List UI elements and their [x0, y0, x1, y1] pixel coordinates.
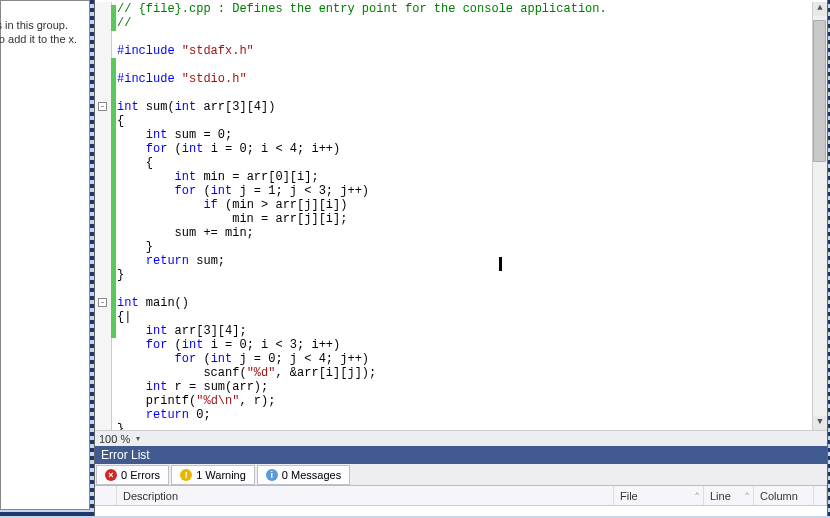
filter-warnings-label: 1 Warning — [196, 469, 246, 481]
code-line[interactable]: } — [117, 240, 813, 254]
filter-messages-label: 0 Messages — [282, 469, 341, 481]
code-line[interactable]: #include "stdafx.h" — [117, 44, 813, 58]
zoom-dropdown-icon[interactable]: ▾ — [136, 434, 140, 443]
toolbox-panel: ntrols in this group. text to add it to … — [0, 0, 90, 510]
col-description[interactable]: Description — [117, 486, 614, 505]
code-line[interactable]: int r = sum(arr); — [117, 380, 813, 394]
code-editor[interactable]: -- // {file}.cpp : Defines the entry poi… — [95, 2, 827, 446]
code-line[interactable]: if (min > arr[j][i]) — [117, 198, 813, 212]
sort-arrow-icon: ^ — [745, 490, 749, 499]
filter-errors-label: 0 Errors — [121, 469, 160, 481]
col-line[interactable]: Line ^ — [704, 486, 754, 505]
editor-shell: -- // {file}.cpp : Defines the entry poi… — [94, 0, 828, 516]
error-icon — [105, 469, 117, 481]
toolbox-empty-text: ntrols in this group. text to add it to … — [0, 16, 85, 49]
fold-toggle[interactable]: - — [98, 102, 107, 111]
code-line[interactable]: #include "stdio.h" — [117, 72, 813, 86]
code-line[interactable]: return sum; — [117, 254, 813, 268]
errorlist-filters: 0 Errors 1 Warning 0 Messages — [95, 464, 827, 486]
filter-warnings-button[interactable]: 1 Warning — [171, 465, 255, 485]
code-line[interactable]: return 0; — [117, 408, 813, 422]
code-line[interactable]: } — [117, 268, 813, 282]
scroll-up-button[interactable]: ▲ — [813, 2, 827, 16]
code-line[interactable]: {| — [117, 310, 813, 324]
scroll-thumb[interactable] — [813, 20, 826, 162]
code-line[interactable]: min = arr[j][i]; — [117, 212, 813, 226]
info-icon — [266, 469, 278, 481]
code-line[interactable]: { — [117, 114, 813, 128]
change-bar — [111, 58, 116, 338]
code-line[interactable]: // — [117, 16, 813, 30]
code-line[interactable]: { — [117, 156, 813, 170]
code-line[interactable]: for (int i = 0; i < 4; i++) — [117, 142, 813, 156]
zoom-level[interactable]: 100 % — [99, 433, 130, 445]
code-line[interactable]: for (int j = 0; j < 4; j++) — [117, 352, 813, 366]
errorlist-title: Error List — [101, 448, 150, 462]
code-line[interactable]: int main() — [117, 296, 813, 310]
code-line[interactable]: printf("%d\n", r); — [117, 394, 813, 408]
col-project[interactable] — [814, 486, 827, 505]
code-line[interactable] — [117, 86, 813, 100]
warning-icon — [180, 469, 192, 481]
code-gutter — [95, 2, 112, 446]
code-line[interactable]: int sum = 0; — [117, 128, 813, 142]
text-cursor — [500, 257, 501, 271]
scroll-down-button[interactable]: ▼ — [813, 416, 827, 430]
code-line[interactable]: for (int i = 0; i < 3; i++) — [117, 338, 813, 352]
fold-toggle[interactable]: - — [98, 298, 107, 307]
filter-messages-button[interactable]: 0 Messages — [257, 465, 350, 485]
errorlist-title-bar[interactable]: Error List — [95, 446, 827, 464]
code-line[interactable]: int sum(int arr[3][4]) — [117, 100, 813, 114]
code-line[interactable]: // {file}.cpp : Defines the entry point … — [117, 2, 813, 16]
vertical-scrollbar[interactable]: ▲ ▼ — [812, 2, 827, 446]
code-line[interactable] — [117, 58, 813, 72]
change-bar — [111, 5, 116, 31]
sort-arrow-icon: ^ — [695, 490, 699, 499]
code-line[interactable]: scanf("%d", &arr[i][j]); — [117, 366, 813, 380]
errorlist-columns: Description File ^ Line ^ Column — [95, 486, 827, 506]
col-icon[interactable] — [95, 486, 117, 505]
code-content[interactable]: // {file}.cpp : Defines the entry point … — [117, 2, 813, 446]
editor-status-bar: 100 % ▾ — [95, 430, 827, 446]
code-line[interactable] — [117, 30, 813, 44]
code-line[interactable]: int arr[3][4]; — [117, 324, 813, 338]
col-file[interactable]: File ^ — [614, 486, 704, 505]
code-line[interactable]: sum += min; — [117, 226, 813, 240]
col-column[interactable]: Column — [754, 486, 814, 505]
code-line[interactable]: for (int j = 1; j < 3; j++) — [117, 184, 813, 198]
code-line[interactable] — [117, 282, 813, 296]
code-line[interactable]: int min = arr[0][i]; — [117, 170, 813, 184]
filter-errors-button[interactable]: 0 Errors — [96, 465, 169, 485]
